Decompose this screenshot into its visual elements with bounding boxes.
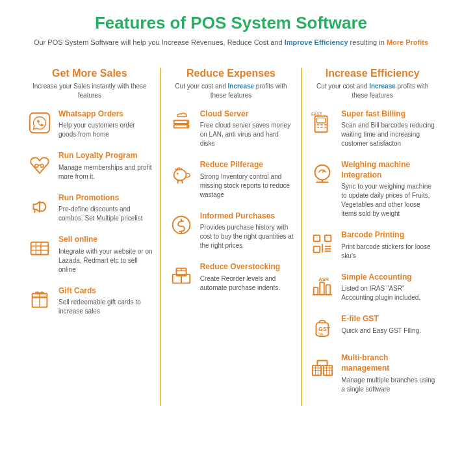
col-title-sales: Get More Sales — [26, 68, 153, 79]
feature-gift-cards: Gift Cards Sell redeemable gift cards to… — [26, 286, 153, 317]
feature-promotions-text: Run Promotions Pre-define discounts and … — [58, 193, 153, 224]
feature-barcode: Barcode Printing Print barcode stickers … — [309, 230, 436, 261]
promotions-icon — [26, 193, 53, 220]
feature-accounting-title: Simple Accounting — [341, 272, 436, 283]
loyalty-icon — [26, 151, 53, 178]
feature-informed-desc: Provides purchase history with cost to b… — [200, 223, 295, 250]
feature-sell-online-text: Sell online Integrate with your website … — [58, 235, 153, 274]
pilferage-icon — [168, 160, 195, 187]
col-header-sales: Get More Sales Increase your Sales insta… — [26, 68, 153, 100]
purchases-icon — [168, 211, 195, 239]
feature-pilferage-desc: Strong Inventory control and missing sto… — [200, 172, 295, 200]
col-subtitle-expenses: Cut your cost and Increase profits with … — [168, 82, 295, 100]
col-title-expenses: Reduce Expenses — [168, 68, 295, 79]
feature-gift-desc: Sell redeemable gift cards to increase s… — [58, 298, 153, 316]
page-subtitle: Our POS System Software will help you In… — [19, 37, 443, 48]
feature-promotions: Run Promotions Pre-define discounts and … — [26, 193, 153, 224]
feature-promotions-title: Run Promotions — [58, 193, 153, 204]
feature-gift-text: Gift Cards Sell redeemable gift cards to… — [58, 286, 153, 317]
accounting-icon — [309, 272, 336, 300]
gift-icon — [26, 286, 53, 313]
feature-billing: FAST Super fast Billing Scan and Bill ba… — [309, 109, 436, 149]
feature-overstocking-text: Reduce Overstocking Create Reorder level… — [200, 262, 295, 293]
feature-billing-desc: Scan and Bill barcodes reducing waiting … — [341, 121, 436, 148]
feature-weighing-title: Weighing machine Integration — [341, 160, 436, 180]
feature-accounting-desc: Listed on IRAS "ASR" Accounting plugin i… — [341, 284, 436, 302]
feature-cloud-desc: Free cloud server saves money on LAN, an… — [200, 121, 295, 148]
feature-multibranch-title: Multi-branch management — [341, 353, 436, 373]
sell-online-icon — [26, 235, 53, 262]
feature-informed-title: Informed Purchases — [200, 211, 295, 222]
feature-loyalty: Run Loyalty Program Manage memberships a… — [26, 151, 153, 181]
feature-gst-text: E-file GST Quick and Easy GST Filing. — [341, 314, 421, 336]
feature-barcode-title: Barcode Printing — [341, 230, 436, 241]
col-subtitle-efficiency: Cut your cost and Increase profits with … — [309, 82, 436, 100]
feature-overstocking-desc: Create Reorder levels and automate purch… — [200, 274, 295, 293]
feature-gst: E-file GST Quick and Easy GST Filing. — [309, 314, 436, 341]
feature-sell-online-desc: Integrate with your website or on Lazada… — [58, 247, 153, 274]
feature-sell-online-title: Sell online — [58, 235, 153, 245]
col-title-efficiency: Increase Efficiency — [309, 68, 436, 79]
feature-pilferage-text: Reduce Pilferage Strong Inventory contro… — [200, 160, 295, 200]
feature-barcode-desc: Print barcode stickers for loose sku's — [341, 243, 436, 261]
column-increase-efficiency: Increase Efficiency Cut your cost and In… — [302, 68, 443, 406]
feature-pilferage-title: Reduce Pilferage — [200, 160, 295, 170]
column-get-more-sales: Get More Sales Increase your Sales insta… — [19, 68, 161, 406]
feature-loyalty-title: Run Loyalty Program — [58, 151, 153, 161]
multibranch-icon — [309, 353, 336, 380]
whatsapp-icon — [26, 109, 53, 137]
svg-rect-71 — [317, 118, 326, 123]
feature-barcode-text: Barcode Printing Print barcode stickers … — [341, 230, 436, 261]
col-subtitle-sales: Increase your Sales instantly with these… — [26, 82, 153, 100]
feature-whatsapp-text: Whatsapp Orders Help your customers orde… — [58, 109, 153, 140]
feature-pilferage: Reduce Pilferage Strong Inventory contro… — [168, 160, 295, 200]
feature-gst-desc: Quick and Easy GST Filing. — [341, 326, 421, 336]
feature-cloud-title: Cloud Server — [200, 109, 295, 120]
feature-billing-title: Super fast Billing — [341, 109, 436, 120]
billing-icon: FAST — [309, 109, 336, 137]
feature-loyalty-text: Run Loyalty Program Manage memberships a… — [58, 151, 153, 181]
feature-accounting-text: Simple Accounting Listed on IRAS "ASR" A… — [341, 272, 436, 303]
feature-cloud-text: Cloud Server Free cloud server saves mon… — [200, 109, 295, 149]
feature-cloud-server: Cloud Server Free cloud server saves mon… — [168, 109, 295, 149]
barcode-icon — [309, 230, 336, 258]
feature-multibranch: Multi-branch management Manage multiple … — [309, 353, 436, 393]
col-header-expenses: Reduce Expenses Cut your cost and Increa… — [168, 68, 295, 100]
feature-multibranch-text: Multi-branch management Manage multiple … — [341, 353, 436, 393]
feature-overstocking-title: Reduce Overstocking — [200, 262, 295, 272]
feature-multibranch-desc: Manage multiple branches using a single … — [341, 376, 436, 394]
cloud-icon — [168, 109, 195, 137]
feature-whatsapp-title: Whatsapp Orders — [58, 109, 153, 120]
feature-promotions-desc: Pre-define discounts and combos. Set Mul… — [58, 205, 153, 223]
feature-weighing-desc: Sync to your weighing machine to update … — [341, 182, 436, 218]
svg-point-68 — [40, 165, 44, 168]
feature-gst-title: E-file GST — [341, 314, 421, 324]
feature-billing-text: Super fast Billing Scan and Bill barcode… — [341, 109, 436, 149]
gst-icon — [309, 314, 336, 341]
svg-point-67 — [35, 165, 38, 168]
feature-weighing-text: Weighing machine Integration Sync to you… — [341, 160, 436, 218]
feature-whatsapp-desc: Help your customers order goods from hom… — [58, 121, 153, 139]
feature-informed-purchases: Informed Purchases Provides purchase his… — [168, 211, 295, 251]
feature-gift-title: Gift Cards — [58, 286, 153, 297]
feature-informed-text: Informed Purchases Provides purchase his… — [200, 211, 295, 251]
weighing-icon — [309, 160, 336, 187]
column-reduce-expenses: Reduce Expenses Cut your cost and Increa… — [161, 68, 303, 406]
feature-sell-online: Sell online Integrate with your website … — [26, 235, 153, 274]
col-header-efficiency: Increase Efficiency Cut your cost and In… — [309, 68, 436, 100]
page-title: Features of POS System Software — [19, 13, 443, 33]
feature-overstocking: Reduce Overstocking Create Reorder level… — [168, 262, 295, 293]
overstocking-icon — [168, 262, 195, 289]
feature-whatsapp-orders: Whatsapp Orders Help your customers orde… — [26, 109, 153, 140]
feature-accounting: Simple Accounting Listed on IRAS "ASR" A… — [309, 272, 436, 303]
feature-loyalty-desc: Manage memberships and profit more from … — [58, 163, 153, 181]
feature-columns: Get More Sales Increase your Sales insta… — [19, 68, 443, 406]
feature-weighing: Weighing machine Integration Sync to you… — [309, 160, 436, 218]
svg-text:FAST: FAST — [311, 111, 322, 116]
